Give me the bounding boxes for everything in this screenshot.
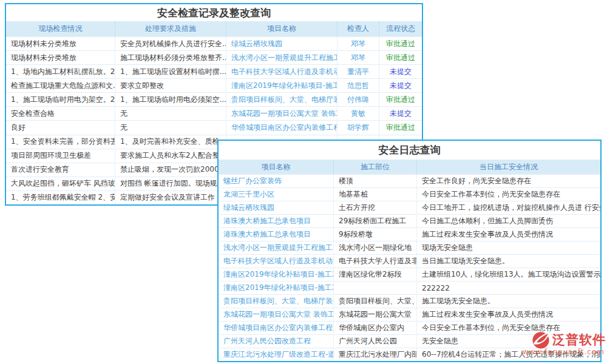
project-link-text[interactable]: 东城花园一期项目公寓大堂 装饰工程 bbox=[231, 109, 337, 119]
project-link-text[interactable]: 贵阳项目样板间、大堂、电梯厅装修工程 bbox=[223, 296, 334, 306]
project-link-text[interactable]: 电子科技大学区域人行道及非机动车道工程 bbox=[223, 256, 334, 266]
cell-daily-safety: 施工现场无安全隐患。 bbox=[417, 295, 600, 308]
project-link-text[interactable]: 重庆江北污水处理厂级改造工程-道路修复 bbox=[223, 349, 334, 360]
project-link-text[interactable]: 潼南区2019年绿化补贴项目-施工2标段 bbox=[223, 283, 334, 293]
project-link[interactable]: 华侨城项目南区办公室内装修工程 bbox=[219, 322, 334, 334]
cell-measures-text: 1、施工现场临时用电必须架空... bbox=[120, 95, 226, 105]
project-link-text[interactable]: 广州天河人民公园改造工程 bbox=[223, 336, 311, 346]
cell-site-situation: 良好 bbox=[6, 121, 115, 134]
table-row: 港珠澳大桥施工总承包项目9标段桥墩施工过程未发生安全事故及人员受伤情况 bbox=[219, 228, 600, 241]
inspector-link[interactable]: 黄敏 bbox=[337, 107, 379, 120]
project-link-text[interactable]: 港珠澳大桥施工总承包项目 bbox=[223, 229, 311, 240]
project-link[interactable]: 电子科技大学区域人行道及非机动车道工程 bbox=[219, 255, 334, 268]
table-row: 安全检查合格无东城花园一期项目公寓大堂 装饰工程黄敏未提交 bbox=[6, 106, 422, 120]
inspector-link-text[interactable]: 胡学辉 bbox=[347, 123, 369, 133]
cell-construction-part-text: 9标段桥墩 bbox=[339, 229, 373, 240]
inspector-link-text[interactable]: 黄敏 bbox=[351, 109, 365, 119]
cell-construction-part-text: 楼顶 bbox=[339, 176, 353, 186]
project-link-text[interactable]: 贵阳项目样板间、大堂、电梯厅装修工程 bbox=[231, 95, 337, 105]
cell-construction-part: 广州天河人民公园 bbox=[334, 335, 417, 348]
project-link-text[interactable]: 绿城云栖玫瑰园 bbox=[223, 203, 274, 213]
project-link[interactable]: 潼南区2019年绿化补贴项目-施工2标段 bbox=[219, 268, 334, 281]
project-link-text[interactable]: 港珠澳大桥施工总承包项目 bbox=[223, 216, 311, 226]
column-header-measures: 处理要求及措施 bbox=[115, 21, 226, 36]
log-window-title: 安全日志查询 bbox=[219, 141, 600, 160]
project-link-text[interactable]: 绿城云栖玫瑰园 bbox=[231, 39, 282, 49]
project-link[interactable]: 东城花园一期项目公寓大堂 装饰工程 bbox=[226, 107, 337, 120]
project-link[interactable]: 华侨城项目南区办公室内装修工程 bbox=[226, 121, 337, 134]
project-link-text[interactable]: 华侨城项目南区办公室内装修工程 bbox=[231, 123, 337, 133]
inspector-link[interactable]: 董清平 bbox=[337, 65, 379, 78]
status-badge: 审批通过 bbox=[379, 121, 422, 134]
project-link[interactable]: 龙湖三千里小区 bbox=[219, 188, 334, 201]
cell-daily-safety-text: 土建班组10人，绿化班组13人。施工现场沟边设置警示标识，... bbox=[422, 269, 600, 280]
project-link[interactable]: 港珠澳大桥施工总承包项目 bbox=[219, 215, 334, 228]
project-link[interactable]: 浅水湾小区一期景观提升工程施工 bbox=[226, 51, 337, 64]
status-badge-text: 审批通过 bbox=[386, 53, 415, 63]
status-badge-text: 审批通过 bbox=[386, 95, 415, 105]
inspector-link-text[interactable]: 邓琴 bbox=[351, 39, 365, 49]
inspector-link[interactable]: 邓琴 bbox=[337, 37, 379, 50]
project-link[interactable]: 广州天河人民公园改造工程 bbox=[219, 335, 334, 348]
cell-daily-safety-text: 今日工地开工，旋挖机进场，对旋挖机操作人员进 行安全技术... bbox=[422, 203, 600, 213]
cell-site-situation-text: 大风吹起围挡，砸坏铲车 风挡玻... bbox=[11, 178, 115, 189]
status-badge-text: 未提交 bbox=[390, 109, 412, 119]
project-link-text[interactable]: 浅水湾小区一期景观提升工程施工 bbox=[223, 243, 333, 253]
cell-measures-text: 1、施工现场应设置材料临时摆... bbox=[120, 67, 226, 77]
project-link-text[interactable]: 电子科技大学区域人行道及非机动车道工程 bbox=[231, 67, 337, 77]
cell-construction-part: 华侨城南区办公室内 bbox=[334, 322, 417, 334]
inspector-link-text[interactable]: 范思哲 bbox=[347, 81, 369, 91]
project-link-text[interactable]: 华侨城项目南区办公室内装修工程 bbox=[223, 323, 333, 333]
cell-site-situation-text: 安全检查合格 bbox=[11, 109, 55, 119]
column-header-project-name: 项目名称 bbox=[219, 160, 334, 174]
project-link-text[interactable]: 潼南区2019年绿化补贴项目-施工2标段 bbox=[231, 81, 337, 91]
inspector-link-text[interactable]: 付伟璐 bbox=[347, 95, 369, 105]
project-link[interactable]: 港珠澳大桥施工总承包项目 bbox=[219, 228, 334, 241]
project-link[interactable]: 绿城云栖玫瑰园 bbox=[219, 201, 334, 214]
project-link[interactable]: 贵阳项目样板间、大堂、电梯厅装修工程 bbox=[219, 295, 334, 308]
safety-log-query-window: 安全日志查询 项目名称 施工部位 当日施工安全情况 螺丝厂办公室装饰楼顶安全工作… bbox=[217, 140, 602, 362]
project-link[interactable]: 潼南区2019年绿化补贴项目-施工2标段 bbox=[219, 281, 334, 294]
project-link[interactable]: 螺丝厂办公室装饰 bbox=[219, 175, 334, 187]
cell-daily-safety: 现场无安全隐患 bbox=[417, 241, 600, 254]
column-header-flow-status: 流程状态 bbox=[379, 21, 422, 36]
project-link[interactable]: 潼南区2019年绿化补贴项目-施工2标段 bbox=[226, 79, 337, 92]
inspector-link-text[interactable]: 邓琴 bbox=[351, 53, 365, 63]
table-row: 螺丝厂办公室装饰楼顶安全工作良好，尚无安全隐患存在 bbox=[219, 174, 600, 187]
project-link-text[interactable]: 龙湖三千里小区 bbox=[223, 189, 274, 200]
project-link-text[interactable]: 潼南区2019年绿化补贴项目-施工2标段 bbox=[223, 269, 334, 280]
status-badge-text: 审批通过 bbox=[386, 123, 415, 133]
project-link[interactable]: 重庆江北污水处理厂级改造工程-道路修复 bbox=[219, 348, 334, 361]
inspector-link[interactable]: 胡学辉 bbox=[337, 121, 379, 134]
status-badge-text: 未提交 bbox=[390, 81, 412, 91]
project-link[interactable]: 浅水湾小区一期景观提升工程施工 bbox=[219, 241, 334, 254]
cell-construction-part: 土石方开挖 bbox=[334, 201, 417, 214]
project-link-text[interactable]: 浅水湾小区一期景观提升工程施工 bbox=[231, 53, 337, 63]
cell-site-situation-text: 1、施工现场临时用电为架空。2... bbox=[11, 95, 115, 105]
cell-measures: 无 bbox=[115, 107, 226, 120]
project-link[interactable]: 贵阳项目样板间、大堂、电梯厅装修工程 bbox=[226, 93, 337, 106]
project-link[interactable]: 电子科技大学区域人行道及非机动车道工程 bbox=[226, 65, 337, 78]
cell-measures: 禁止吸烟，发现一次罚款2000... bbox=[115, 163, 226, 177]
cell-construction-part bbox=[334, 281, 417, 294]
cell-site-situation-text: 1、劳务班组都佩戴安全帽 2、安... bbox=[11, 192, 115, 203]
cell-construction-part: 楼顶 bbox=[334, 175, 417, 187]
project-link-text[interactable]: 螺丝厂办公室装饰 bbox=[223, 176, 282, 186]
inspector-link[interactable]: 范思哲 bbox=[337, 79, 379, 92]
cell-construction-part-text: 电子科技大学人行道及非... bbox=[339, 256, 417, 266]
inspector-link[interactable]: 付伟璐 bbox=[337, 93, 379, 106]
cell-site-situation: 首次进行安全教育 bbox=[6, 163, 115, 177]
project-link[interactable]: 东城花园一期项目公寓大堂 装饰工程 bbox=[219, 308, 334, 321]
cell-construction-part-text: 东城花园一期公寓大堂 bbox=[339, 309, 412, 320]
cell-measures-text: 1、及时完善和补充安全、质检... bbox=[120, 136, 226, 147]
project-link-text[interactable]: 东城花园一期项目公寓大堂 装饰工程 bbox=[223, 309, 334, 320]
inspector-link[interactable]: 邓琴 bbox=[337, 51, 379, 64]
project-link[interactable]: 绿城云栖玫瑰园 bbox=[226, 37, 337, 50]
cell-measures: 要求施工人员和水车2人配合整... bbox=[115, 149, 226, 163]
cell-construction-part: 电子科技大学人行道及非... bbox=[334, 255, 417, 268]
inspector-link-text[interactable]: 董清平 bbox=[347, 67, 369, 77]
fanpu-logo-text: 泛普软件 bbox=[552, 331, 606, 348]
vendor-watermark: 泛普软件 www.fanpusoft.com bbox=[524, 329, 606, 356]
cell-site-situation: 现场材料未分类堆放 bbox=[6, 51, 115, 64]
cell-site-situation-text: 1、安全资料未完善，部分资料丢... bbox=[11, 136, 115, 147]
